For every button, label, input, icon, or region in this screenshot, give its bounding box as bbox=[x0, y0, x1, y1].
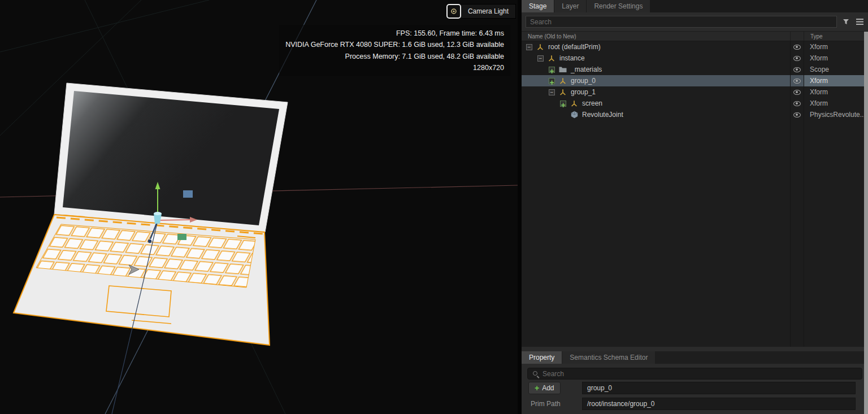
prim-type: Xform bbox=[804, 53, 868, 64]
tree-row-group-1[interactable]: −group_1Xform bbox=[522, 86, 868, 98]
visibility-eye-icon[interactable] bbox=[790, 67, 804, 72]
prim-type: Xform bbox=[804, 86, 868, 98]
property-panel: PropertySemantics Schema Editor + Add gr… bbox=[522, 351, 868, 414]
stats-overlay: FPS: 155.60, Frame time: 6.43 ms NVIDIA … bbox=[279, 25, 510, 76]
gpu-stat: NVIDIA GeForce RTX 4080 SUPER: 1.6 GiB u… bbox=[285, 39, 504, 50]
vertical-scrollbar[interactable] bbox=[864, 32, 868, 414]
column-divider bbox=[804, 41, 804, 347]
gizmo-z-handle bbox=[148, 239, 151, 243]
menu-icon[interactable] bbox=[855, 19, 864, 25]
camera-light-icon[interactable] bbox=[446, 4, 461, 19]
xform-axes-icon bbox=[570, 99, 579, 107]
prim-label[interactable]: RevoluteJoint bbox=[582, 111, 623, 119]
visibility-eye-icon[interactable] bbox=[790, 101, 804, 106]
prim-name-row: + Add group_0 bbox=[527, 382, 862, 395]
xform-axes-icon bbox=[536, 43, 545, 51]
collapse-icon[interactable]: − bbox=[526, 44, 532, 50]
gizmo-plane-handle-green bbox=[177, 234, 186, 240]
prim-label[interactable]: group_1 bbox=[571, 88, 596, 96]
resolution-stat: 1280x720 bbox=[285, 62, 504, 73]
visibility-eye-icon[interactable] bbox=[790, 56, 804, 61]
property-tabbar: PropertySemantics Schema Editor bbox=[522, 351, 868, 364]
gizmo-x-axis bbox=[159, 220, 190, 220]
stage-tabbar: StageLayerRender Settings bbox=[522, 0, 868, 12]
xform-axes-icon bbox=[547, 54, 556, 62]
add-button-label: Add bbox=[542, 384, 554, 392]
prim-path-row: Prim Path /root/instance/group_0 bbox=[527, 398, 862, 411]
tab-property[interactable]: Property bbox=[522, 351, 562, 364]
xform-axes-icon bbox=[558, 88, 567, 96]
column-divider bbox=[790, 41, 791, 347]
property-body: + Add group_0 Prim Path /root/instance/g… bbox=[522, 364, 868, 414]
panel-divider bbox=[518, 0, 522, 414]
add-property-button[interactable]: + Add bbox=[528, 382, 561, 394]
column-type-header[interactable]: Type bbox=[804, 32, 868, 41]
expand-icon[interactable]: + bbox=[549, 78, 555, 84]
prim-type: PhysicsRevolute... bbox=[804, 109, 868, 120]
cube-icon bbox=[570, 111, 579, 119]
column-name-header[interactable]: Name (Old to New) bbox=[522, 33, 790, 40]
filter-icon[interactable] bbox=[841, 19, 850, 25]
expand-icon[interactable]: + bbox=[549, 67, 555, 73]
column-eye-header bbox=[790, 32, 804, 41]
fps-stat: FPS: 155.60, Frame time: 6.43 ms bbox=[285, 28, 504, 39]
prim-label[interactable]: _materials bbox=[571, 66, 602, 73]
visibility-eye-icon[interactable] bbox=[790, 112, 804, 117]
collapse-icon[interactable]: − bbox=[537, 55, 544, 62]
laptop-model[interactable] bbox=[14, 83, 288, 345]
gizmo-plane-handle-blue bbox=[183, 190, 193, 198]
tree-row-group-0[interactable]: +group_0Xform bbox=[522, 75, 868, 86]
prim-label[interactable]: group_0 bbox=[571, 77, 596, 85]
prim-type: Xform bbox=[804, 98, 868, 109]
stage-search-row bbox=[522, 12, 868, 31]
stage-panel: StageLayerRender Settings Name (Old to N… bbox=[522, 0, 868, 351]
tab-semantics-schema-editor[interactable]: Semantics Schema Editor bbox=[562, 351, 655, 364]
stage-search-input[interactable] bbox=[526, 16, 837, 28]
tree-row-screen[interactable]: +screenXform bbox=[522, 98, 868, 109]
tab-stage[interactable]: Stage bbox=[522, 0, 554, 12]
prim-label[interactable]: screen bbox=[582, 99, 602, 107]
expand-icon[interactable]: + bbox=[560, 101, 566, 107]
stage-tree[interactable]: −root (defaultPrim)Xform−instanceXform+_… bbox=[522, 41, 868, 347]
property-search bbox=[527, 368, 862, 380]
camera-light-label[interactable]: Camera Light bbox=[461, 4, 516, 19]
visibility-eye-icon[interactable] bbox=[790, 90, 804, 95]
right-dock: StageLayerRender Settings Name (Old to N… bbox=[522, 0, 868, 414]
prim-type: Scope bbox=[804, 64, 868, 75]
collapse-icon[interactable]: − bbox=[549, 89, 555, 95]
omniverse-app: Camera Light FPS: 155.60, Frame time: 6.… bbox=[0, 0, 868, 414]
prim-label[interactable]: root (defaultPrim) bbox=[548, 43, 601, 51]
plus-icon: + bbox=[535, 384, 539, 392]
camera-light-control[interactable]: Camera Light bbox=[446, 4, 516, 19]
prim-label[interactable]: instance bbox=[559, 54, 585, 62]
search-icon bbox=[533, 371, 537, 376]
tab-render-settings[interactable]: Render Settings bbox=[587, 0, 650, 12]
visibility-eye-icon[interactable] bbox=[790, 79, 804, 84]
laptop-screen-display[interactable] bbox=[63, 91, 279, 225]
prim-type: Xform bbox=[804, 75, 868, 86]
prim-type: Xform bbox=[804, 41, 868, 53]
tree-row-revolutejoint[interactable]: RevoluteJointPhysicsRevolute... bbox=[522, 109, 868, 120]
tree-header: Name (Old to New) Type bbox=[522, 31, 868, 41]
viewport-3d[interactable]: Camera Light FPS: 155.60, Frame time: 6.… bbox=[0, 0, 518, 414]
prim-path-label: Prim Path bbox=[531, 400, 561, 408]
tree-row-instance[interactable]: −instanceXform bbox=[522, 53, 868, 64]
property-search-input[interactable] bbox=[527, 368, 862, 380]
tree-row-root-defaultprim-[interactable]: −root (defaultPrim)Xform bbox=[522, 41, 868, 53]
folder-icon bbox=[558, 66, 567, 73]
tab-layer[interactable]: Layer bbox=[554, 0, 586, 12]
memory-stat: Process Memory: 7.1 GiB used, 48.2 GiB a… bbox=[285, 51, 504, 62]
xform-axes-icon bbox=[558, 77, 567, 85]
prim-name-field[interactable]: group_0 bbox=[582, 382, 856, 394]
prim-path-field[interactable]: /root/instance/group_0 bbox=[582, 398, 856, 410]
visibility-eye-icon[interactable] bbox=[790, 45, 804, 50]
tree-row--materials[interactable]: +_materialsScope bbox=[522, 64, 868, 75]
